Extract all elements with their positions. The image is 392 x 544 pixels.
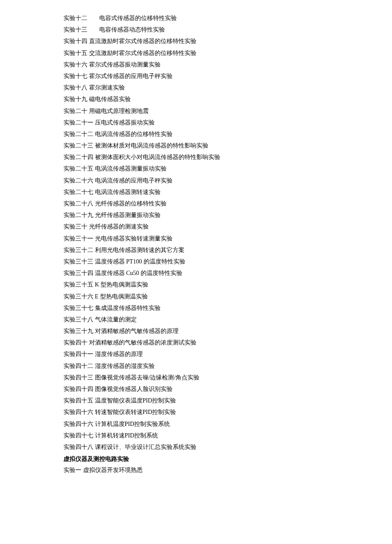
experiment-list: 实验十二 电容式传感器的位移特性实验 实验十三 电容传感器动态特性实验 实验十四… [63, 15, 392, 473]
list-item: 实验十二 电容式传感器的位移特性实验 [63, 15, 392, 21]
list-item: 实验二十三 被测体材质对电涡流传感器的特性影响实验 [63, 143, 392, 149]
list-item: 实验四十八 课程设计、毕业设计汇总实验系统实验 [63, 444, 392, 450]
list-item: 实验四十二 湿度传感器的湿度实验 [63, 363, 392, 369]
list-item: 实验二十四 被测体面积大小对电涡流传感器的特性影响实验 [63, 154, 392, 160]
list-item: 实验二十五 电涡流传感器测量振动实验 [63, 166, 392, 172]
list-item: 实验十四 直流激励时霍尔式传感器的位移特性实验 [63, 38, 392, 44]
list-item: 实验一 虚拟仪器开发环境熟悉 [63, 467, 392, 473]
list-item: 实验三十五 K 型热电偶测温实验 [63, 282, 392, 288]
list-item: 实验十六 霍尔式传感器振动测量实验 [63, 62, 392, 68]
list-item: 实验三十六 E 型热电偶测温实验 [63, 294, 392, 300]
list-item: 实验三十一 光电传感器实验转速测量实验 [63, 236, 392, 242]
list-item: 实验二十六 电涡流传感的应用电子秤实验 [63, 178, 392, 184]
list-item: 实验三十七 集成温度传感器特性实验 [63, 305, 392, 311]
list-item: 实验四十三 图像视觉传感器去噪/边缘检测/角点实验 [63, 375, 392, 381]
list-item: 实验二十 用磁电式原理检测地震 [63, 108, 392, 114]
list-item: 实验十三 电容传感器动态特性实验 [63, 27, 392, 33]
list-item: 实验三十二 利用光电传感器测转速的其它方案 [63, 247, 392, 253]
list-item: 实验四十六 转速智能仪表转速PID控制实验 [63, 409, 392, 415]
list-item: 实验二十八 光纤传感器的位移特性实验 [63, 201, 392, 207]
list-item: 实验二十九 光纤传感器测量振动实验 [63, 212, 392, 218]
list-item: 实验四十四 图像视觉传感器人脸识别实验 [63, 386, 392, 392]
list-item: 实验三十四 温度传感器 Cu50 的温度特性实验 [63, 270, 392, 276]
list-item: 实验十七 霍尔式传感器的应用电子秤实验 [63, 73, 392, 79]
list-item: 实验十九 磁电传感器实验 [63, 96, 392, 102]
list-item: 实验十八 霍尔测速实验 [63, 85, 392, 91]
list-item: 实验二十七 电涡流传感器测转速实验 [63, 189, 392, 195]
list-item: 实验三十九 对酒精敏感的气敏传感器的原理 [63, 328, 392, 334]
list-item: 实验四十一 湿度传感器的原理 [63, 351, 392, 357]
list-item: 实验四十六 计算机温度PID控制实验系统 [63, 421, 392, 427]
list-item: 实验二十一 压电式传感器振动实验 [63, 120, 392, 126]
list-item: 实验四十五 温度智能仪表温度PID控制实验 [63, 398, 392, 404]
list-item: 实验三十三 温度传感器 PT100 的温度特性实验 [63, 259, 392, 265]
list-item: 实验二十二 电涡流传感器的位移特性实验 [63, 131, 392, 137]
list-item: 实验四十七 计算机转速PID控制系统 [63, 433, 392, 439]
list-item: 实验十五 交流激励时霍尔式传感器的位移特性实验 [63, 50, 392, 56]
section-heading: 虚拟仪器及测控电路实验 [63, 456, 392, 462]
list-item: 实验三十 光纤传感器的测速实验 [63, 224, 392, 230]
list-item: 实验四十 对酒精敏感的气敏传感器的浓度测试实验 [63, 340, 392, 346]
list-item: 实验三十八 气体流量的测定 [63, 317, 392, 323]
